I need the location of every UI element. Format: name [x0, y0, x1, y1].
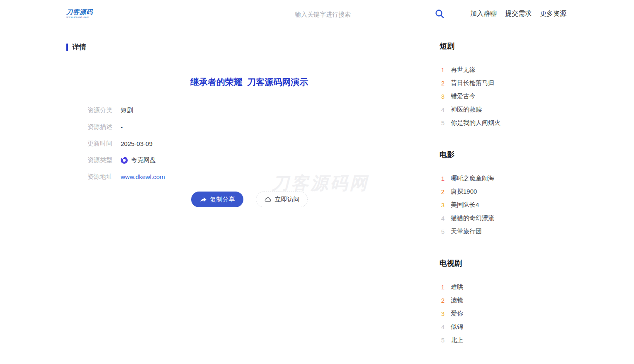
field-row-resource-url: 资源地址 www.dkewl.com [87, 168, 165, 185]
rank-number: 5 [440, 337, 446, 344]
list-item-label: 爱你 [451, 310, 463, 318]
list-item[interactable]: 5 你是我的人间烟火 [440, 116, 569, 129]
field-row-resource-type: 资源类型 夸克网盘 [87, 152, 165, 168]
header: 刀客源码 www.dkewl.com 加入群聊 提交需求 更多资源 [0, 0, 634, 29]
sidebar-section-title: 短剧 [440, 41, 569, 51]
list-item[interactable]: 3 美国队长4 [440, 198, 569, 211]
cloud-icon [264, 197, 272, 202]
list-item[interactable]: 3 爱你 [440, 307, 569, 320]
copy-share-label: 复制分享 [210, 196, 235, 204]
sidebar-section-tvseries: 电视剧 1 难哄 2 滤镜 3 爱你 4 似锦 5 北上 [440, 259, 569, 347]
list-item[interactable]: 5 天堂旅行团 [440, 225, 569, 238]
nav-join-group[interactable]: 加入群聊 [470, 10, 497, 18]
field-label: 资源地址 [87, 173, 113, 181]
resource-fields: 资源分类 短剧 资源描述 - 更新时间 2025-03-09 资源类型 夸克网盘… [87, 102, 165, 185]
list-item[interactable]: 4 猫猫的奇幻漂流 [440, 211, 569, 225]
list-item[interactable]: 2 滤镜 [440, 294, 569, 307]
sidebar-section-movies: 电影 1 哪吒之魔童闹海 2 唐探1900 3 美国队长4 4 猫猫的奇幻漂流 … [440, 150, 569, 238]
quark-disk-icon [121, 157, 128, 164]
rank-number: 4 [440, 215, 446, 222]
nav-more-resources[interactable]: 更多资源 [540, 10, 566, 18]
ranking-list: 1 哪吒之魔童闹海 2 唐探1900 3 美国队长4 4 猫猫的奇幻漂流 5 天… [440, 172, 569, 238]
list-item-label: 滤镜 [451, 296, 463, 304]
list-item[interactable]: 5 北上 [440, 333, 569, 347]
field-label: 资源描述 [87, 123, 113, 131]
rank-number: 1 [440, 175, 446, 182]
field-value-category: 短剧 [121, 107, 133, 114]
list-item[interactable]: 2 昔日长枪落马归 [440, 76, 569, 90]
search-button[interactable] [433, 7, 446, 21]
sidebar-section-title: 电影 [440, 150, 569, 159]
list-item-label: 美国队长4 [451, 201, 479, 209]
ranking-list: 1 再世无缘 2 昔日长枪落马归 3 错爱古今 4 神医的救赎 5 你是我的人间… [440, 63, 569, 129]
header-nav: 加入群聊 提交需求 更多资源 [470, 10, 566, 18]
rank-number: 1 [440, 284, 446, 291]
list-item[interactable]: 3 错爱古今 [440, 90, 569, 103]
list-item-label: 天堂旅行团 [451, 228, 482, 235]
search-icon [434, 9, 445, 19]
list-item[interactable]: 1 哪吒之魔童闹海 [440, 172, 569, 185]
list-item-label: 神医的救赎 [451, 106, 482, 114]
field-row-update-time: 更新时间 2025-03-09 [87, 135, 165, 152]
action-buttons: 复制分享 立即访问 [191, 192, 308, 207]
copy-share-button[interactable]: 复制分享 [191, 192, 243, 207]
share-icon [200, 197, 207, 203]
list-item-label: 再世无缘 [451, 66, 476, 74]
rank-number: 3 [440, 201, 446, 209]
nav-submit-request[interactable]: 提交需求 [505, 10, 532, 18]
list-item[interactable]: 2 唐探1900 [440, 185, 569, 198]
rank-number: 4 [440, 323, 446, 330]
list-item[interactable]: 4 神医的救赎 [440, 103, 569, 116]
rank-number: 3 [440, 93, 446, 100]
list-item-label: 错爱古今 [451, 92, 476, 100]
section-accent-bar [66, 44, 68, 51]
visit-now-button[interactable]: 立即访问 [256, 192, 308, 207]
rank-number: 2 [440, 297, 446, 304]
site-logo[interactable]: 刀客源码 www.dkewl.com [66, 9, 93, 19]
field-label: 资源类型 [87, 156, 113, 164]
resource-type-text: 夸克网盘 [131, 156, 156, 164]
rank-number: 4 [440, 106, 446, 113]
search-input[interactable] [295, 7, 423, 21]
sidebar-section-title: 电视剧 [440, 259, 569, 268]
rank-number: 1 [440, 66, 446, 73]
rank-number: 2 [440, 80, 446, 87]
list-item-label: 你是我的人间烟火 [451, 119, 500, 127]
site-logo-subtitle: www.dkewl.com [66, 15, 93, 19]
rank-number: 5 [440, 228, 446, 235]
list-item-label: 似锦 [451, 323, 463, 331]
list-item[interactable]: 1 难哄 [440, 280, 569, 294]
field-value-description: - [121, 124, 123, 131]
field-value-resource-type: 夸克网盘 [121, 156, 156, 164]
field-label: 资源分类 [87, 107, 113, 114]
rank-number: 3 [440, 310, 446, 317]
list-item-label: 北上 [451, 336, 463, 344]
detail-section-title: 详情 [72, 42, 86, 52]
resource-url-link[interactable]: www.dkewl.com [121, 173, 165, 180]
site-logo-title: 刀客源码 [66, 9, 93, 15]
ranking-list: 1 难哄 2 滤镜 3 爱你 4 似锦 5 北上 [440, 280, 569, 347]
list-item-label: 唐探1900 [451, 188, 477, 196]
list-item-label: 猫猫的奇幻漂流 [451, 214, 494, 222]
sidebar: 短剧 1 再世无缘 2 昔日长枪落马归 3 错爱古今 4 神医的救赎 5 你是我… [440, 41, 569, 364]
list-item-label: 哪吒之魔童闹海 [451, 175, 494, 182]
field-label: 更新时间 [87, 140, 113, 148]
list-item[interactable]: 1 再世无缘 [440, 63, 569, 76]
rank-number: 5 [440, 119, 446, 126]
field-row-category: 资源分类 短剧 [87, 102, 165, 119]
field-value-update-time: 2025-03-09 [121, 140, 153, 147]
field-row-description: 资源描述 - [87, 119, 165, 135]
resource-title: 继承者的荣耀_刀客源码网演示 [66, 76, 432, 88]
detail-section-header: 详情 [66, 42, 86, 52]
sidebar-section-shortdrama: 短剧 1 再世无缘 2 昔日长枪落马归 3 错爱古今 4 神医的救赎 5 你是我… [440, 41, 569, 129]
list-item-label: 难哄 [451, 283, 463, 291]
visit-now-label: 立即访问 [275, 196, 300, 204]
list-item-label: 昔日长枪落马归 [451, 79, 494, 87]
list-item[interactable]: 4 似锦 [440, 320, 569, 333]
rank-number: 2 [440, 188, 446, 195]
